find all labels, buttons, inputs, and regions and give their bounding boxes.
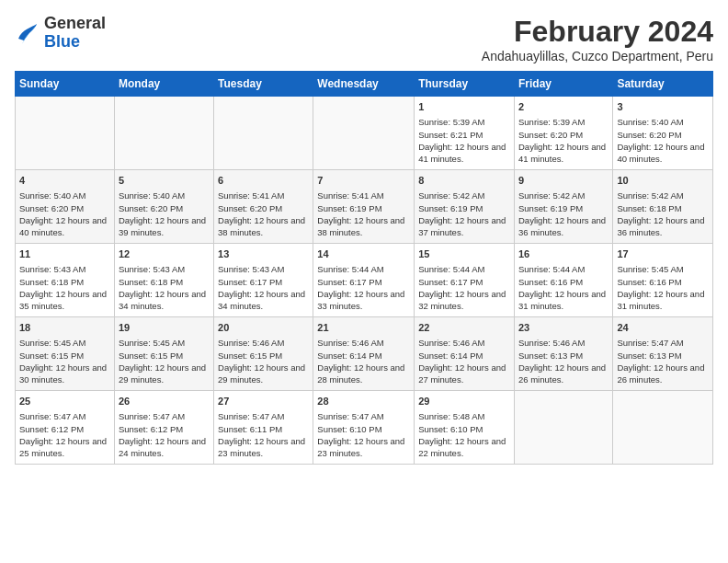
day-info: Sunset: 6:10 PM: [317, 423, 410, 435]
day-info: Daylight: 12 hours and 24 minutes.: [119, 435, 210, 460]
calendar-cell: 2Sunrise: 5:39 AMSunset: 6:20 PMDaylight…: [514, 97, 612, 170]
day-info: Sunrise: 5:40 AM: [119, 190, 210, 201]
day-number: 15: [418, 247, 510, 261]
day-info: Daylight: 12 hours and 38 minutes.: [317, 214, 410, 239]
day-info: Sunset: 6:20 PM: [119, 202, 210, 214]
day-of-week-header: Friday: [514, 72, 612, 97]
calendar-week-row: 4Sunrise: 5:40 AMSunset: 6:20 PMDaylight…: [16, 170, 713, 244]
day-number: 25: [19, 395, 110, 408]
day-info: Sunset: 6:15 PM: [218, 350, 309, 362]
day-info: Sunset: 6:12 PM: [119, 423, 210, 435]
day-info: Sunrise: 5:41 AM: [218, 190, 309, 201]
day-number: 29: [418, 395, 510, 408]
day-info: Sunrise: 5:45 AM: [119, 337, 210, 349]
day-info: Sunrise: 5:47 AM: [617, 337, 709, 349]
calendar-cell: 15Sunrise: 5:44 AMSunset: 6:17 PMDayligh…: [415, 244, 515, 317]
day-info: Sunset: 6:20 PM: [518, 129, 609, 141]
day-info: Sunset: 6:17 PM: [317, 276, 410, 288]
day-of-week-header: Saturday: [613, 72, 713, 97]
day-info: Sunrise: 5:39 AM: [518, 116, 609, 128]
day-number: 3: [617, 100, 709, 114]
day-of-week-header: Tuesday: [214, 72, 313, 97]
day-info: Daylight: 12 hours and 39 minutes.: [119, 214, 210, 239]
calendar-cell: 17Sunrise: 5:45 AMSunset: 6:16 PMDayligh…: [613, 244, 713, 317]
day-info: Daylight: 12 hours and 40 minutes.: [19, 214, 110, 239]
day-number: 19: [119, 321, 210, 335]
day-of-week-header: Wednesday: [313, 72, 415, 97]
day-info: Daylight: 12 hours and 33 minutes.: [317, 288, 410, 313]
day-info: Sunrise: 5:44 AM: [317, 263, 410, 275]
day-number: 24: [617, 321, 709, 335]
day-info: Daylight: 12 hours and 29 minutes.: [218, 362, 309, 386]
day-info: Sunset: 6:18 PM: [617, 202, 709, 214]
day-info: Sunset: 6:14 PM: [317, 350, 410, 362]
day-info: Sunrise: 5:45 AM: [617, 263, 709, 275]
day-number: 18: [19, 321, 110, 335]
logo: General Blue: [15, 15, 106, 52]
calendar-cell: 18Sunrise: 5:45 AMSunset: 6:15 PMDayligh…: [16, 317, 115, 391]
day-info: Daylight: 12 hours and 37 minutes.: [418, 214, 510, 239]
day-info: Sunset: 6:13 PM: [518, 350, 609, 362]
day-of-week-header: Monday: [114, 72, 213, 97]
day-info: Daylight: 12 hours and 32 minutes.: [418, 288, 510, 313]
day-number: 9: [518, 174, 609, 188]
day-info: Sunset: 6:20 PM: [617, 129, 709, 141]
calendar-cell: 7Sunrise: 5:41 AMSunset: 6:19 PMDaylight…: [313, 170, 415, 244]
calendar-cell: 23Sunrise: 5:46 AMSunset: 6:13 PMDayligh…: [514, 317, 612, 391]
calendar-cell: [16, 97, 115, 170]
calendar-body: 1Sunrise: 5:39 AMSunset: 6:21 PMDaylight…: [16, 97, 713, 465]
calendar-week-row: 25Sunrise: 5:47 AMSunset: 6:12 PMDayligh…: [16, 391, 713, 465]
day-info: Sunset: 6:12 PM: [19, 423, 110, 435]
day-of-week-header: Sunday: [16, 72, 115, 97]
calendar-cell: 22Sunrise: 5:46 AMSunset: 6:14 PMDayligh…: [415, 317, 515, 391]
day-header-row: SundayMondayTuesdayWednesdayThursdayFrid…: [16, 72, 713, 97]
day-number: 12: [119, 247, 210, 261]
day-info: Sunrise: 5:47 AM: [119, 410, 210, 422]
day-info: Sunset: 6:15 PM: [19, 350, 110, 362]
logo-blue: Blue: [44, 32, 80, 51]
day-info: Daylight: 12 hours and 41 minutes.: [518, 141, 609, 166]
day-info: Sunrise: 5:42 AM: [617, 190, 709, 201]
page-header: General Blue February 2024 Andahuaylilla…: [15, 15, 713, 63]
calendar-cell: 28Sunrise: 5:47 AMSunset: 6:10 PMDayligh…: [313, 391, 415, 465]
day-info: Daylight: 12 hours and 34 minutes.: [119, 288, 210, 313]
calendar-cell: 11Sunrise: 5:43 AMSunset: 6:18 PMDayligh…: [16, 244, 115, 317]
day-info: Sunrise: 5:42 AM: [518, 190, 609, 201]
day-number: 16: [518, 247, 609, 261]
day-info: Sunrise: 5:42 AM: [418, 190, 510, 201]
calendar-header: SundayMondayTuesdayWednesdayThursdayFrid…: [16, 72, 713, 97]
calendar-cell: 9Sunrise: 5:42 AMSunset: 6:19 PMDaylight…: [514, 170, 612, 244]
calendar-cell: 25Sunrise: 5:47 AMSunset: 6:12 PMDayligh…: [16, 391, 115, 465]
day-number: 27: [218, 395, 309, 408]
calendar-cell: [214, 97, 313, 170]
day-info: Daylight: 12 hours and 25 minutes.: [19, 435, 110, 460]
day-number: 2: [518, 100, 609, 114]
day-info: Daylight: 12 hours and 23 minutes.: [218, 435, 309, 460]
calendar-cell: 24Sunrise: 5:47 AMSunset: 6:13 PMDayligh…: [613, 317, 713, 391]
day-info: Sunrise: 5:44 AM: [518, 263, 609, 275]
calendar-cell: 21Sunrise: 5:46 AMSunset: 6:14 PMDayligh…: [313, 317, 415, 391]
calendar-week-row: 11Sunrise: 5:43 AMSunset: 6:18 PMDayligh…: [16, 244, 713, 317]
day-number: 4: [19, 174, 110, 188]
day-number: 7: [317, 174, 410, 188]
day-number: 10: [617, 174, 709, 188]
logo-general: General: [44, 14, 106, 32]
day-info: Daylight: 12 hours and 31 minutes.: [518, 288, 609, 313]
calendar-cell: 12Sunrise: 5:43 AMSunset: 6:18 PMDayligh…: [114, 244, 213, 317]
day-info: Sunset: 6:20 PM: [19, 202, 110, 214]
calendar-cell: 8Sunrise: 5:42 AMSunset: 6:19 PMDaylight…: [415, 170, 515, 244]
day-info: Daylight: 12 hours and 26 minutes.: [518, 362, 609, 386]
day-info: Sunset: 6:16 PM: [518, 276, 609, 288]
day-info: Sunset: 6:21 PM: [418, 129, 510, 141]
day-info: Sunrise: 5:43 AM: [218, 263, 309, 275]
calendar-cell: 5Sunrise: 5:40 AMSunset: 6:20 PMDaylight…: [114, 170, 213, 244]
day-info: Daylight: 12 hours and 28 minutes.: [317, 362, 410, 386]
day-number: 8: [418, 174, 510, 188]
day-info: Sunrise: 5:46 AM: [317, 337, 410, 349]
day-info: Daylight: 12 hours and 29 minutes.: [119, 362, 210, 386]
calendar-cell: 20Sunrise: 5:46 AMSunset: 6:15 PMDayligh…: [214, 317, 313, 391]
calendar-cell: [514, 391, 612, 465]
location-title: Andahuaylillas, Cuzco Department, Peru: [482, 49, 713, 63]
calendar-cell: 3Sunrise: 5:40 AMSunset: 6:20 PMDaylight…: [613, 97, 713, 170]
day-info: Daylight: 12 hours and 23 minutes.: [317, 435, 410, 460]
